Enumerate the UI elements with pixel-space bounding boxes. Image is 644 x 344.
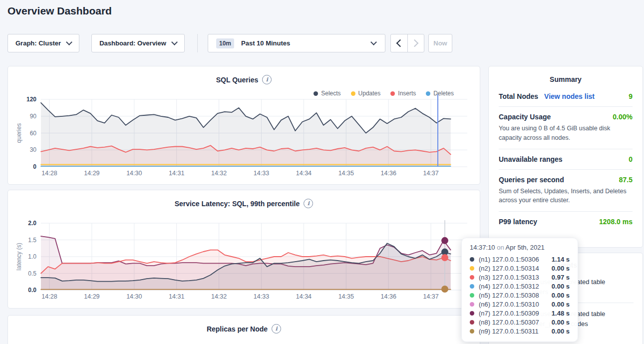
svg-text:14:30: 14:30 (126, 293, 142, 300)
p99-latency-value: 1208.0 ms (599, 218, 633, 226)
chevron-down-icon (66, 39, 72, 45)
tooltip-node-value: 0.97 s (552, 274, 570, 281)
svg-text:14:34: 14:34 (296, 293, 312, 300)
tooltip-row: (n2) 127.0.0.1:503140.00 s (470, 264, 570, 273)
time-range-dropdown[interactable]: 10m Past 10 Minutes (208, 34, 385, 52)
tooltip-row: (n5) 127.0.0.1:503080.00 s (470, 291, 570, 300)
tooltip-node-label: (n1) 127.0.0.1:50306 (479, 256, 552, 263)
svg-text:120: 120 (26, 96, 36, 103)
summary-row-capacity: Capacity Usage 0.00% You are using 0 B o… (499, 107, 633, 149)
qps-label: Queries per second (499, 176, 564, 184)
summary-row-qps: Queries per second 87.5 Sum of Selects, … (499, 170, 633, 212)
series-dot-icon (470, 293, 474, 298)
info-icon[interactable]: i (272, 324, 281, 334)
svg-text:14:37: 14:37 (423, 170, 438, 177)
time-range-shortcut-badge: 10m (216, 38, 234, 48)
sql-queries-chart[interactable]: 030609012014:2814:2914:3014:3114:3214:33… (8, 66, 481, 185)
tooltip-node-label: (n2) 127.0.0.1:50314 (479, 265, 552, 272)
prev-interval-button[interactable] (391, 34, 407, 52)
time-nav-group (390, 34, 424, 52)
unavailable-ranges-label: Unavailable ranges (499, 155, 563, 163)
svg-text:0: 0 (33, 163, 36, 170)
summary-panel: Summary Total Nodes View nodes list 9 Ca… (488, 66, 643, 248)
latency-panel: Service Latency: SQL, 99th percentile i … (7, 190, 480, 309)
summary-row-p99: P99 latency 1208.0 ms (499, 212, 633, 232)
tooltip-node-value: 1.48 s (552, 310, 570, 317)
tooltip-node-value: 0.00 s (552, 319, 570, 326)
svg-text:14:29: 14:29 (84, 170, 99, 177)
svg-text:14:32: 14:32 (211, 170, 227, 177)
svg-text:1.5: 1.5 (28, 237, 36, 244)
sql-queries-panel: SQL Queries i SelectsUpdatesInsertsDelet… (7, 66, 480, 185)
tooltip-node-label: (n5) 127.0.0.1:50308 (479, 292, 552, 299)
svg-text:14:31: 14:31 (169, 293, 184, 300)
latency-chart[interactable]: 0.00.51.01.52.014:2814:2914:3014:3114:32… (8, 190, 481, 309)
svg-text:1.0: 1.0 (28, 253, 36, 260)
tooltip-row: (n8) 127.0.0.1:503070.00 s (470, 318, 570, 327)
series-dot-icon (470, 284, 474, 289)
tooltip-node-value: 0.00 s (552, 265, 570, 272)
time-range-label: Past 10 Minutes (241, 39, 290, 47)
chart-title: Replicas per Node (207, 325, 268, 333)
svg-text:90: 90 (30, 113, 37, 120)
tooltip-row: (n1) 127.0.0.1:503061.14 s (470, 255, 570, 264)
chart-tooltip: 14:37:10 on Apr 5th, 2021 (n1) 127.0.0.1… (461, 238, 578, 342)
toolbar-divider (197, 34, 198, 52)
tooltip-rows: (n1) 127.0.0.1:503061.14 s(n2) 127.0.0.1… (470, 255, 570, 336)
tooltip-timestamp: 14:37:10 on Apr 5th, 2021 (470, 244, 570, 251)
total-nodes-value: 9 (629, 92, 633, 100)
series-dot-icon (470, 329, 474, 334)
svg-text:14:28: 14:28 (41, 170, 57, 177)
tooltip-time: 14:37:10 (470, 244, 495, 251)
replicas-title-row: Replicas per Node i (8, 316, 480, 334)
svg-text:0.5: 0.5 (28, 270, 36, 277)
tooltip-date: Apr 5th, 2021 (506, 244, 545, 251)
svg-text:60: 60 (30, 130, 37, 137)
tooltip-row: (n6) 127.0.0.1:503100.00 s (470, 300, 570, 309)
svg-text:queries: queries (15, 123, 22, 143)
svg-text:14:35: 14:35 (338, 293, 354, 300)
series-dot-icon (470, 302, 474, 307)
series-dot-icon (470, 320, 474, 325)
tooltip-node-value: 0.00 s (552, 292, 570, 299)
tooltip-node-label: (n9) 127.0.0.1:50311 (479, 328, 552, 335)
svg-text:14:32: 14:32 (211, 293, 227, 300)
tooltip-row: (n4) 127.0.0.1:503120.00 s (470, 282, 570, 291)
summary-row-total-nodes: Total Nodes View nodes list 9 (499, 86, 633, 107)
capacity-label: Capacity Usage (499, 113, 551, 121)
dashboard-dropdown[interactable]: Dashboard: Overview (91, 34, 185, 52)
tooltip-on: on (497, 244, 504, 251)
tooltip-node-value: 0.00 s (552, 301, 570, 308)
qps-value: 87.5 (619, 176, 633, 184)
svg-text:14:28: 14:28 (41, 293, 57, 300)
p99-latency-label: P99 latency (499, 218, 537, 226)
svg-text:14:35: 14:35 (338, 170, 354, 177)
tooltip-node-label: (n7) 127.0.0.1:50309 (479, 310, 552, 317)
tooltip-node-value: 0.00 s (552, 283, 570, 290)
tooltip-node-value: 0.00 s (552, 328, 570, 335)
next-interval-button[interactable] (407, 34, 424, 52)
chevron-left-icon (396, 39, 404, 47)
page-title: Overview Dashboard (7, 5, 112, 17)
view-nodes-list-link[interactable]: View nodes list (544, 92, 595, 100)
summary-row-unavailable-ranges: Unavailable ranges 0 (499, 149, 633, 170)
svg-text:14:30: 14:30 (126, 170, 142, 177)
tooltip-row: (n7) 127.0.0.1:503091.48 s (470, 309, 570, 318)
qps-desc: Sum of Selects, Updates, Inserts, and De… (499, 187, 633, 206)
chevron-down-icon (370, 39, 377, 45)
svg-text:14:31: 14:31 (169, 170, 184, 177)
capacity-value: 0.00% (613, 113, 633, 121)
svg-text:14:33: 14:33 (254, 170, 269, 177)
tooltip-node-value: 1.14 s (552, 256, 570, 263)
summary-title: Summary (489, 66, 643, 86)
svg-text:0.0: 0.0 (28, 287, 36, 294)
now-button[interactable]: Now (428, 34, 452, 52)
tooltip-row: (n9) 127.0.0.1:503110.00 s (470, 327, 570, 336)
chevron-right-icon (411, 39, 419, 47)
series-dot-icon (470, 275, 474, 280)
series-dot-icon (470, 311, 474, 316)
svg-text:14:29: 14:29 (84, 293, 99, 300)
graph-dropdown-label: Graph: Cluster (15, 39, 61, 47)
dashboard-dropdown-label: Dashboard: Overview (99, 39, 166, 47)
graph-dropdown[interactable]: Graph: Cluster (7, 34, 79, 52)
